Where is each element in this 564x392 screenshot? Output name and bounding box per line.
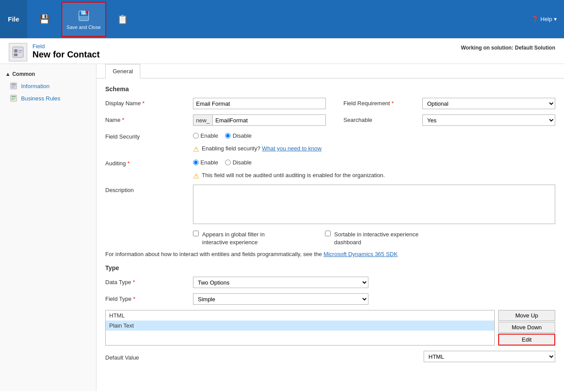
display-name-label: Display Name * [105, 98, 193, 107]
description-input[interactable] [193, 185, 555, 224]
warning-icon-2: ⚠ [193, 172, 199, 180]
page-header: Field New for Contact Working on solutio… [0, 39, 564, 64]
name-row: Name * new_ Searchable Yes No [105, 114, 555, 126]
default-value-label: Default Value [105, 352, 193, 361]
save-close-icon: S [77, 9, 91, 23]
svg-rect-16 [11, 96, 16, 97]
auditing-radio-group: Enable Disable [193, 158, 368, 166]
auditing-enable-radio[interactable] [193, 160, 199, 165]
ribbon-actions: 💾 S Save and Close 📋 [27, 0, 140, 38]
schema-section-title: Schema [105, 86, 555, 93]
field-type-select[interactable]: Simple Calculated Rollup [193, 293, 368, 305]
nav-collapse-icon: ▲ [5, 71, 11, 77]
auditing-label: Auditing * [105, 158, 193, 167]
auditing-control: Enable Disable [193, 158, 368, 166]
field-security-label: Field Security [105, 131, 193, 140]
field-type-control: Simple Calculated Rollup [193, 293, 368, 305]
sidebar-item-information[interactable]: Information [0, 80, 96, 92]
display-name-control [193, 98, 326, 109]
page-header-left: Field New for Contact [9, 43, 100, 61]
svg-rect-18 [11, 99, 14, 100]
page-header-text: Field New for Contact [32, 43, 100, 60]
display-name-required: * [143, 100, 145, 107]
default-value-row: Default Value HTML Plain Text [105, 351, 555, 362]
global-filter-item: Appears in global filter in interactive … [193, 231, 290, 246]
extra-button[interactable]: 📋 [110, 2, 136, 37]
move-down-button[interactable]: Move Down [498, 322, 555, 333]
svg-point-7 [14, 49, 18, 53]
field-requirement-label: Field Requirement * [343, 98, 422, 107]
sidebar-item-business-rules[interactable]: Business Rules [0, 92, 96, 104]
name-control: new_ [193, 114, 326, 126]
left-nav: ▲ Common Information [0, 64, 96, 391]
field-security-enable-radio[interactable] [193, 133, 199, 139]
information-label: Information [21, 83, 50, 89]
extra-icon: 📋 [116, 12, 130, 26]
svg-rect-13 [11, 86, 16, 86]
svg-text:S: S [83, 13, 85, 15]
default-value-control: HTML Plain Text [193, 351, 555, 362]
list-item-plain-text[interactable]: Plain Text [106, 321, 494, 331]
sdk-link[interactable]: Microsoft Dynamics 365 SDK [324, 251, 398, 257]
save-close-button[interactable]: S Save and Close [61, 2, 106, 37]
sortable-item: Sortable in interactive experience dashb… [325, 231, 422, 246]
description-label: Description [105, 185, 193, 193]
help-dropdown-icon[interactable]: ▾ [554, 16, 557, 22]
default-value-select[interactable]: HTML Plain Text [424, 351, 555, 362]
searchable-label: Searchable [343, 114, 422, 123]
data-type-label: Data Type * [105, 277, 193, 285]
field-security-warning-row: ⚠ Enabling field security? What you need… [193, 145, 555, 153]
svg-rect-8 [14, 53, 18, 56]
field-security-enable-option[interactable]: Enable [193, 132, 218, 139]
field-type-required: * [133, 296, 135, 302]
list-area: HTML Plain Text Move Up Move Down Edit [105, 310, 555, 346]
save-button[interactable]: 💾 [32, 2, 58, 37]
list-item-html[interactable]: HTML [106, 310, 494, 321]
type-section-title: Type [105, 264, 555, 271]
field-type-row: Field Type * Simple Calculated Rollup [105, 293, 555, 305]
field-security-disable-radio[interactable] [225, 133, 231, 139]
tabs: General [96, 64, 564, 78]
name-input[interactable] [212, 114, 326, 126]
help-link[interactable]: Help [540, 16, 552, 22]
svg-rect-2 [79, 16, 88, 20]
name-required: * [122, 117, 124, 123]
global-filter-checkbox[interactable] [193, 231, 199, 236]
name-prefix: new_ [193, 114, 212, 126]
field-security-warning-text: Enabling field security? What you need t… [202, 145, 321, 152]
auditing-enable-option[interactable]: Enable [193, 159, 218, 166]
auditing-warning-text: This field will not be audited until aud… [202, 172, 385, 178]
auditing-warning-row: ⚠ This field will not be audited until a… [193, 172, 555, 180]
file-button[interactable]: File [0, 0, 27, 38]
list-buttons: Move Up Move Down Edit [495, 310, 555, 346]
save-close-svg: S [78, 10, 90, 22]
field-security-link[interactable]: What you need to know [262, 145, 321, 152]
edit-button[interactable]: Edit [498, 334, 555, 346]
help-icon: ❓ [532, 16, 539, 22]
auditing-required: * [128, 160, 130, 167]
auditing-disable-radio[interactable] [225, 160, 231, 165]
entity-type: Field [32, 43, 100, 50]
auditing-row: Auditing * Enable Disable [105, 158, 555, 167]
entity-icon [9, 43, 27, 61]
nav-section-label: Common [12, 71, 35, 77]
display-name-row: Display Name * Field Requirement * Optio… [105, 98, 555, 109]
auditing-disable-option[interactable]: Disable [225, 159, 251, 166]
field-security-control: Enable Disable [193, 131, 368, 139]
data-type-control: Two Options Single Line of Text Whole Nu… [193, 277, 368, 288]
tab-general[interactable]: General [105, 64, 140, 78]
solution-label: Working on solution: Default Solution [461, 43, 555, 51]
field-requirement-select[interactable]: Optional Required Recommended [422, 98, 555, 109]
svg-rect-14 [11, 87, 14, 88]
field-security-radio-group: Enable Disable [193, 131, 368, 139]
field-security-disable-option[interactable]: Disable [225, 132, 251, 139]
searchable-control: Yes No [422, 114, 555, 126]
name-label: Name * [105, 114, 193, 123]
nav-section-common[interactable]: ▲ Common [0, 68, 96, 80]
move-up-button[interactable]: Move Up [498, 310, 555, 321]
form-body: Schema Display Name * Field Requirement … [96, 78, 564, 374]
display-name-input[interactable] [193, 98, 326, 109]
searchable-select[interactable]: Yes No [422, 114, 555, 126]
sortable-checkbox[interactable] [325, 231, 331, 236]
data-type-select[interactable]: Two Options Single Line of Text Whole Nu… [193, 277, 368, 288]
